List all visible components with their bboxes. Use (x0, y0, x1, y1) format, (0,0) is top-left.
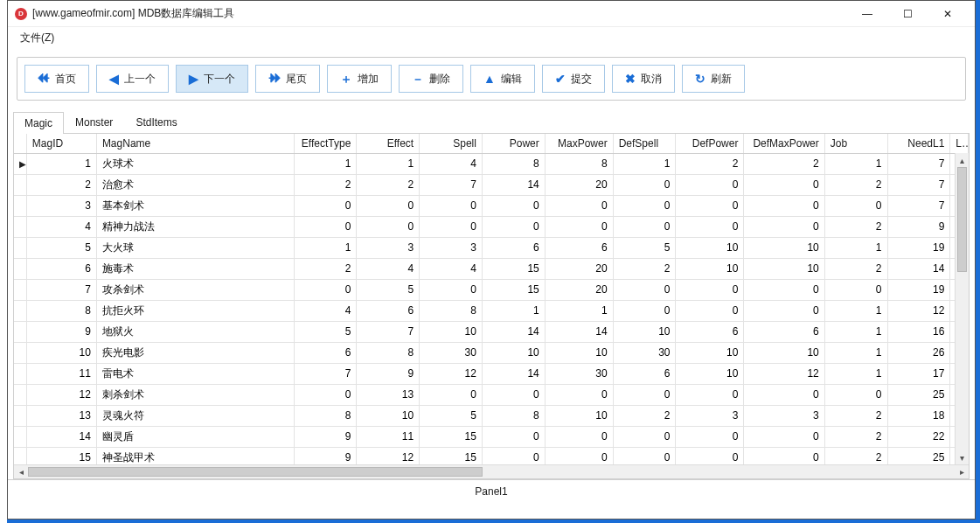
cell-job[interactable]: 0 (824, 195, 887, 216)
cell-effect[interactable]: 7 (357, 321, 420, 342)
cell-effecttype[interactable]: 7 (294, 363, 357, 384)
cell-effect[interactable]: 10 (357, 405, 420, 426)
cell-power[interactable]: 14 (482, 174, 545, 195)
cell-effecttype[interactable]: 1 (294, 153, 357, 174)
cell-effect[interactable]: 3 (357, 237, 420, 258)
cell-effect[interactable]: 8 (357, 342, 420, 363)
cell-job[interactable]: 2 (824, 447, 887, 464)
cell-power[interactable]: 0 (482, 195, 545, 216)
cell-effecttype[interactable]: 2 (294, 174, 357, 195)
cell-spell[interactable]: 0 (420, 279, 483, 300)
cell-job[interactable]: 1 (824, 153, 887, 174)
table-row[interactable]: 2治愈术227142000027 (14, 174, 969, 195)
cell-defspell[interactable]: 0 (613, 174, 676, 195)
cell-job[interactable]: 0 (824, 279, 887, 300)
cell-defspell[interactable]: 6 (613, 363, 676, 384)
col-l1[interactable]: L1 (950, 134, 969, 153)
cell-effecttype[interactable]: 8 (294, 405, 357, 426)
cell-effecttype[interactable]: 2 (294, 258, 357, 279)
cell-needl1[interactable]: 16 (887, 321, 950, 342)
cell-job[interactable]: 2 (824, 258, 887, 279)
cell-magid[interactable]: 2 (26, 174, 96, 195)
cell-defmaxpower[interactable]: 0 (744, 447, 824, 464)
table-row[interactable]: 14幽灵盾9111500000222 (14, 426, 969, 447)
delete-button[interactable]: －删除 (399, 65, 463, 93)
col-marker[interactable] (14, 134, 26, 153)
table-row[interactable]: ▶1火球术1148812217 (14, 153, 969, 174)
cell-defmaxpower[interactable]: 0 (744, 300, 824, 321)
cell-effecttype[interactable]: 0 (294, 279, 357, 300)
cell-effect[interactable]: 5 (357, 279, 420, 300)
cell-maxpower[interactable]: 8 (545, 153, 613, 174)
cell-job[interactable]: 1 (824, 342, 887, 363)
cell-effect[interactable]: 6 (357, 300, 420, 321)
cell-defspell[interactable]: 10 (613, 321, 676, 342)
cell-defspell[interactable]: 2 (613, 405, 676, 426)
cell-job[interactable]: 2 (824, 426, 887, 447)
cell-spell[interactable]: 5 (420, 405, 483, 426)
cell-power[interactable]: 15 (482, 258, 545, 279)
cancel-button[interactable]: ✖取消 (612, 65, 675, 93)
cell-magid[interactable]: 6 (26, 258, 96, 279)
cell-effecttype[interactable]: 1 (294, 237, 357, 258)
cell-needl1[interactable]: 19 (887, 237, 950, 258)
cell-defpower[interactable]: 0 (676, 426, 744, 447)
col-magid[interactable]: MagID (26, 134, 96, 153)
cell-spell[interactable]: 3 (420, 237, 483, 258)
cell-needl1[interactable]: 17 (887, 363, 950, 384)
cell-effecttype[interactable]: 4 (294, 300, 357, 321)
cell-defpower[interactable]: 10 (676, 342, 744, 363)
table-row[interactable]: 11雷电术7912143061012117 (14, 363, 969, 384)
table-row[interactable]: 13灵魂火符8105810233218 (14, 405, 969, 426)
cell-power[interactable]: 6 (482, 237, 545, 258)
cell-effect[interactable]: 13 (357, 384, 420, 405)
cell-defpower[interactable]: 3 (676, 405, 744, 426)
cell-job[interactable]: 2 (824, 216, 887, 237)
cell-defpower[interactable]: 0 (676, 216, 744, 237)
cell-power[interactable]: 8 (482, 153, 545, 174)
cell-effecttype[interactable]: 6 (294, 342, 357, 363)
cell-needl1[interactable]: 14 (887, 258, 950, 279)
cell-defmaxpower[interactable]: 10 (744, 342, 824, 363)
cell-defmaxpower[interactable]: 0 (744, 174, 824, 195)
cell-magname[interactable]: 施毒术 (96, 258, 294, 279)
cell-magid[interactable]: 14 (26, 426, 96, 447)
cell-effect[interactable]: 12 (357, 447, 420, 464)
cell-magname[interactable]: 治愈术 (96, 174, 294, 195)
cell-defspell[interactable]: 0 (613, 279, 676, 300)
col-spell[interactable]: Spell (420, 134, 483, 153)
cell-needl1[interactable]: 25 (887, 384, 950, 405)
cell-maxpower[interactable]: 0 (545, 216, 613, 237)
cell-job[interactable]: 1 (824, 321, 887, 342)
table-row[interactable]: 15神圣战甲术9121500000225 (14, 447, 969, 464)
scroll-down-icon[interactable]: ▾ (956, 450, 969, 464)
cell-defspell[interactable]: 2 (613, 258, 676, 279)
cell-spell[interactable]: 30 (420, 342, 483, 363)
cell-magname[interactable]: 大火球 (96, 237, 294, 258)
cell-magid[interactable]: 1 (26, 153, 96, 174)
cell-spell[interactable]: 0 (420, 384, 483, 405)
cell-power[interactable]: 0 (482, 426, 545, 447)
cell-maxpower[interactable]: 1 (545, 300, 613, 321)
cell-effect[interactable]: 11 (357, 426, 420, 447)
cell-spell[interactable]: 12 (420, 363, 483, 384)
cell-job[interactable]: 1 (824, 300, 887, 321)
cell-effecttype[interactable]: 0 (294, 384, 357, 405)
cell-needl1[interactable]: 12 (887, 300, 950, 321)
menu-file[interactable]: 文件(Z) (15, 29, 59, 47)
table-row[interactable]: 5大火球1336651010119 (14, 237, 969, 258)
cell-power[interactable]: 14 (482, 363, 545, 384)
cell-effect[interactable]: 0 (357, 195, 420, 216)
cell-job[interactable]: 0 (824, 384, 887, 405)
cell-maxpower[interactable]: 0 (545, 384, 613, 405)
cell-power[interactable]: 10 (482, 342, 545, 363)
cell-magname[interactable]: 灵魂火符 (96, 405, 294, 426)
cell-defpower[interactable]: 10 (676, 237, 744, 258)
cell-effect[interactable]: 4 (357, 258, 420, 279)
cell-needl1[interactable]: 18 (887, 405, 950, 426)
hscroll-thumb[interactable] (28, 467, 483, 477)
cell-defspell[interactable]: 0 (613, 447, 676, 464)
cell-effecttype[interactable]: 9 (294, 426, 357, 447)
cell-defmaxpower[interactable]: 0 (744, 384, 824, 405)
cell-magname[interactable]: 精神力战法 (96, 216, 294, 237)
